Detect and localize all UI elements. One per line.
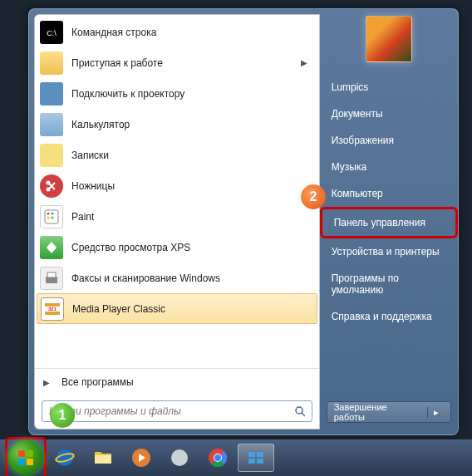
program-label: Ножницы	[71, 180, 115, 192]
svg-rect-15	[27, 450, 33, 457]
svg-rect-28	[248, 452, 255, 457]
program-item-calculator[interactable]: Калькулятор	[37, 109, 317, 140]
taskbar-app-1[interactable]	[161, 444, 198, 472]
svg-rect-14	[18, 450, 25, 457]
svg-point-12	[296, 407, 302, 414]
chrome-icon	[207, 447, 229, 469]
right-item-computer[interactable]: Компьютер	[320, 180, 458, 207]
right-item-control-panel[interactable]: Панель управления	[320, 207, 458, 238]
annotation-callout-1: 1	[50, 403, 75, 428]
ie-icon	[54, 447, 76, 469]
svg-rect-30	[248, 459, 255, 464]
calculator-icon	[40, 113, 63, 136]
taskbar-explorer[interactable]	[85, 444, 121, 472]
right-item-default-programs[interactable]: Программы по умолчанию	[320, 265, 458, 303]
shutdown-button[interactable]: Завершение работы ▸	[327, 401, 451, 423]
taskbar-app-2[interactable]	[238, 444, 274, 472]
taskbar-chrome[interactable]	[199, 444, 236, 472]
svg-point-5	[47, 216, 50, 218]
program-label: Командная строка	[71, 27, 156, 38]
taskbar-ie[interactable]	[47, 444, 83, 472]
svg-point-27	[214, 454, 221, 461]
svg-line-13	[302, 413, 305, 416]
svg-rect-8	[47, 272, 56, 277]
program-item-xps[interactable]: Средство просмотра XPS	[37, 232, 317, 263]
right-item-music[interactable]: Музыка	[320, 154, 458, 180]
start-button-highlight	[5, 437, 47, 476]
program-label: Paint	[71, 211, 94, 223]
program-label: Записки	[71, 150, 109, 161]
program-item-getting-started[interactable]: Приступая к работе ▶	[37, 47, 317, 78]
svg-point-1	[47, 180, 51, 184]
windows-logo-icon	[16, 448, 36, 468]
svg-point-3	[47, 212, 50, 214]
app-icon	[245, 447, 267, 469]
taskbar-wmp[interactable]	[123, 444, 160, 472]
svg-rect-20	[95, 455, 111, 464]
search-box	[42, 400, 312, 422]
paint-icon	[40, 205, 63, 228]
svg-rect-16	[18, 459, 25, 465]
program-label: Приступая к работе	[71, 57, 163, 69]
program-label: Факсы и сканирование Windows	[71, 272, 220, 284]
cmd-icon: C:\	[40, 21, 63, 44]
svg-rect-29	[257, 452, 263, 457]
shutdown-area: Завершение работы ▸	[320, 396, 458, 428]
svg-point-22	[171, 449, 188, 466]
program-item-projector[interactable]: Подключить к проектору	[37, 78, 317, 109]
xps-icon	[40, 236, 63, 259]
app-icon	[169, 447, 190, 469]
svg-rect-17	[27, 459, 33, 465]
media-player-icon	[130, 447, 152, 469]
start-menu: C:\ Командная строка Приступая к работе …	[28, 8, 459, 435]
all-programs-button[interactable]: ▶ Все программы	[35, 369, 319, 395]
program-item-paint[interactable]: Paint	[37, 201, 317, 232]
start-menu-right-panel: Lumpics Документы Изображения Музыка Ком…	[320, 9, 458, 434]
chevron-right-icon: ▶	[301, 58, 307, 67]
folder-icon	[40, 52, 63, 75]
right-item-pictures[interactable]: Изображения	[320, 127, 458, 154]
shutdown-label: Завершение работы	[334, 402, 420, 422]
program-label: Средство просмотра XPS	[71, 242, 190, 253]
svg-point-6	[52, 216, 54, 218]
notes-icon	[40, 144, 63, 167]
programs-list: C:\ Командная строка Приступая к работе …	[35, 15, 319, 368]
program-item-fax[interactable]: Факсы и сканирование Windows	[37, 263, 317, 293]
svg-rect-10	[45, 312, 60, 315]
search-button[interactable]	[288, 401, 312, 421]
svg-rect-31	[257, 459, 263, 464]
chevron-right-icon[interactable]: ▸	[427, 407, 444, 418]
user-picture[interactable]	[366, 16, 412, 62]
search-input[interactable]	[42, 405, 288, 417]
svg-point-4	[52, 212, 54, 214]
program-item-sticky-notes[interactable]: Записки	[37, 140, 317, 170]
search-icon	[294, 405, 306, 417]
right-item-documents[interactable]: Документы	[320, 101, 458, 127]
printer-icon	[40, 267, 63, 290]
chevron-right-icon: ▶	[43, 378, 50, 387]
right-item-help[interactable]: Справка и поддержка	[320, 303, 458, 330]
start-button[interactable]	[8, 440, 43, 475]
svg-point-0	[47, 187, 51, 191]
projector-icon	[40, 82, 63, 106]
program-item-cmd[interactable]: C:\ Командная строка	[37, 17, 317, 47]
start-menu-left-panel: C:\ Командная строка Приступая к работе …	[34, 14, 320, 429]
media-player-icon: 321	[41, 297, 64, 321]
program-item-mpc[interactable]: 321 Media Player Classic	[37, 293, 317, 324]
svg-text:321: 321	[48, 307, 57, 312]
program-label: Калькулятор	[71, 119, 130, 130]
program-label: Media Player Classic	[72, 303, 165, 315]
right-item-devices[interactable]: Устройства и принтеры	[320, 238, 458, 265]
folder-icon	[92, 447, 114, 469]
program-item-snipping[interactable]: Ножницы	[37, 170, 317, 201]
svg-point-18	[57, 449, 73, 466]
all-programs-label: Все программы	[61, 376, 134, 388]
scissors-icon	[40, 174, 63, 198]
program-label: Подключить к проектору	[71, 88, 184, 100]
annotation-callout-2: 2	[301, 184, 326, 209]
right-item-user[interactable]: Lumpics	[320, 74, 458, 101]
taskbar	[0, 439, 472, 476]
